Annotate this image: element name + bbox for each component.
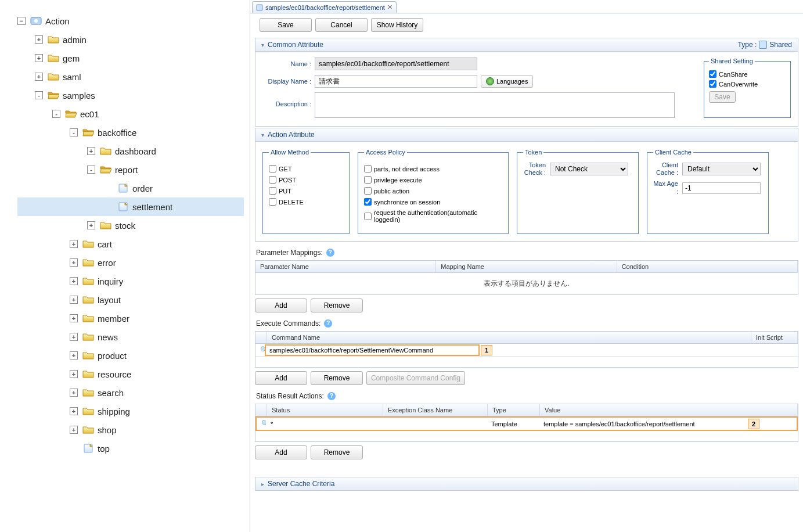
status-row[interactable]: 🔍 * Template template = samples/ec01/bac… — [255, 416, 798, 431]
privilege-checkbox[interactable] — [364, 176, 372, 184]
client-cache-select[interactable]: Default — [682, 163, 761, 175]
tab-close-icon[interactable]: ✕ — [387, 3, 393, 11]
tree-node-backoffice[interactable]: -backoffice — [17, 123, 244, 142]
tree-node-dashboard[interactable]: +dashboard — [17, 142, 244, 160]
expand-icon[interactable]: + — [70, 240, 78, 248]
param-remove-button[interactable]: Remove — [311, 299, 363, 312]
tree-node-layout[interactable]: +layout — [17, 290, 244, 309]
collapse-icon[interactable]: - — [35, 91, 43, 99]
tree-root-label: Action — [45, 16, 70, 26]
tree-node-member[interactable]: +member — [17, 309, 244, 328]
tree-label: resource — [98, 369, 131, 379]
expand-icon[interactable]: + — [87, 147, 95, 155]
common-attribute-header[interactable]: ▾ Common Attribute Type : Shared — [255, 38, 798, 52]
cancel-button[interactable]: Cancel — [315, 18, 368, 32]
expand-icon[interactable]: + — [70, 407, 78, 415]
help-icon[interactable]: ? — [324, 319, 332, 328]
expand-icon[interactable]: + — [70, 426, 78, 434]
tree-node-top[interactable]: top — [17, 439, 244, 458]
expand-icon[interactable]: + — [70, 333, 78, 341]
delete-checkbox[interactable] — [269, 198, 276, 206]
command-row[interactable]: 🔍 samples/ec01/backoffice/report/Settlem… — [255, 344, 798, 357]
expand-icon[interactable]: + — [70, 314, 78, 322]
can-overwrite-checkbox[interactable] — [709, 80, 716, 88]
folder-open-icon — [48, 91, 59, 100]
show-history-button[interactable]: Show History — [371, 18, 423, 32]
status-add-button[interactable]: Add — [255, 445, 307, 459]
tree-node-ec01[interactable]: -ec01 — [17, 105, 244, 123]
tree-node-stock[interactable]: +stock — [17, 216, 244, 235]
server-cache-header[interactable]: ▸ Server Cache Criteria — [255, 477, 798, 491]
param-add-button[interactable]: Add — [255, 299, 307, 312]
display-name-field[interactable] — [315, 75, 477, 88]
folder-open-icon — [82, 128, 94, 137]
tree-node-settlement[interactable]: settlement — [17, 197, 244, 216]
tree-label: dashboard — [115, 146, 156, 156]
expand-icon[interactable]: + — [35, 54, 43, 62]
tree-node-error[interactable]: +error — [17, 253, 244, 272]
expand-icon[interactable]: + — [35, 73, 43, 81]
tree-node-search[interactable]: +search — [17, 383, 244, 402]
save-button[interactable]: Save — [260, 18, 312, 32]
shared-save-button[interactable]: Save — [709, 91, 736, 103]
cmd-remove-button[interactable]: Remove — [311, 371, 363, 385]
expand-icon[interactable]: + — [35, 35, 43, 44]
tree-node-resource[interactable]: +resource — [17, 365, 244, 383]
action-attribute-header[interactable]: ▾ Action Attribute — [255, 128, 798, 142]
post-checkbox[interactable] — [269, 176, 276, 184]
expand-icon[interactable]: + — [87, 221, 95, 229]
folder-open-icon — [65, 109, 77, 118]
tree-root[interactable]: − Action — [17, 12, 244, 30]
shared-setting-group: Shared Setting CanShare CanOverwrite Sav… — [704, 57, 791, 118]
magnify-icon[interactable]: 🔍 — [255, 344, 265, 356]
expand-icon[interactable]: + — [70, 258, 78, 267]
collapse-icon[interactable]: - — [52, 110, 60, 118]
tab-title: samples/ec01/backoffice/report/settlemen… — [265, 4, 385, 11]
tree-node-report[interactable]: -report — [17, 160, 244, 179]
tree-node-order[interactable]: order — [17, 179, 244, 197]
can-share-checkbox[interactable] — [709, 70, 716, 78]
expand-icon[interactable]: + — [70, 296, 78, 304]
tree-node-news[interactable]: +news — [17, 328, 244, 346]
action-attribute-title: Action Attribute — [268, 131, 315, 139]
tree-node-samples[interactable]: -samples — [17, 86, 244, 105]
expand-icon[interactable]: + — [70, 370, 78, 378]
tree-node-admin[interactable]: +admin — [17, 30, 244, 49]
public-checkbox[interactable] — [364, 187, 372, 195]
value-cell: template = samples/ec01/backoffice/repor… — [539, 418, 746, 430]
sync-checkbox[interactable] — [364, 198, 372, 206]
get-checkbox[interactable] — [269, 165, 276, 172]
folder-icon — [82, 388, 94, 397]
tree-label: news — [98, 332, 118, 342]
auth-checkbox[interactable] — [364, 213, 372, 220]
folder-icon — [82, 407, 94, 416]
action-attribute-body: Allow Method GET POST PUT DELETE Access … — [255, 142, 798, 242]
status-remove-button[interactable]: Remove — [311, 445, 363, 459]
cmd-add-button[interactable]: Add — [255, 371, 307, 385]
tree-node-cart[interactable]: +cart — [17, 235, 244, 253]
collapse-icon[interactable]: - — [70, 128, 78, 136]
expand-icon[interactable]: + — [70, 277, 78, 285]
tree-node-shipping[interactable]: +shipping — [17, 402, 244, 420]
parts-checkbox[interactable] — [364, 165, 372, 172]
tree-panel: − Action +admin+gem+saml-samples-ec01-ba… — [0, 0, 250, 532]
expand-icon[interactable]: + — [70, 351, 78, 360]
collapse-icon[interactable]: − — [17, 17, 26, 25]
collapse-icon[interactable]: - — [87, 166, 95, 174]
tree-node-shop[interactable]: +shop — [17, 420, 244, 439]
languages-button[interactable]: Languages — [481, 75, 533, 88]
help-icon[interactable]: ? — [326, 249, 334, 257]
tree-node-product[interactable]: +product — [17, 346, 244, 365]
expand-icon[interactable]: + — [70, 389, 78, 397]
put-checkbox[interactable] — [269, 187, 276, 195]
tree-node-inquiry[interactable]: +inquiry — [17, 272, 244, 290]
help-icon[interactable]: ? — [327, 392, 336, 400]
composite-config-button[interactable]: Composite Command Config — [366, 371, 465, 385]
magnify-icon[interactable]: 🔍 — [257, 418, 266, 430]
tree-node-gem[interactable]: +gem — [17, 49, 244, 67]
token-check-select[interactable]: Not Check — [550, 163, 628, 175]
max-age-field[interactable] — [682, 182, 761, 194]
tab-settlement[interactable]: samples/ec01/backoffice/report/settlemen… — [252, 1, 397, 13]
tree-node-saml[interactable]: +saml — [17, 67, 244, 86]
description-field[interactable] — [315, 92, 675, 118]
